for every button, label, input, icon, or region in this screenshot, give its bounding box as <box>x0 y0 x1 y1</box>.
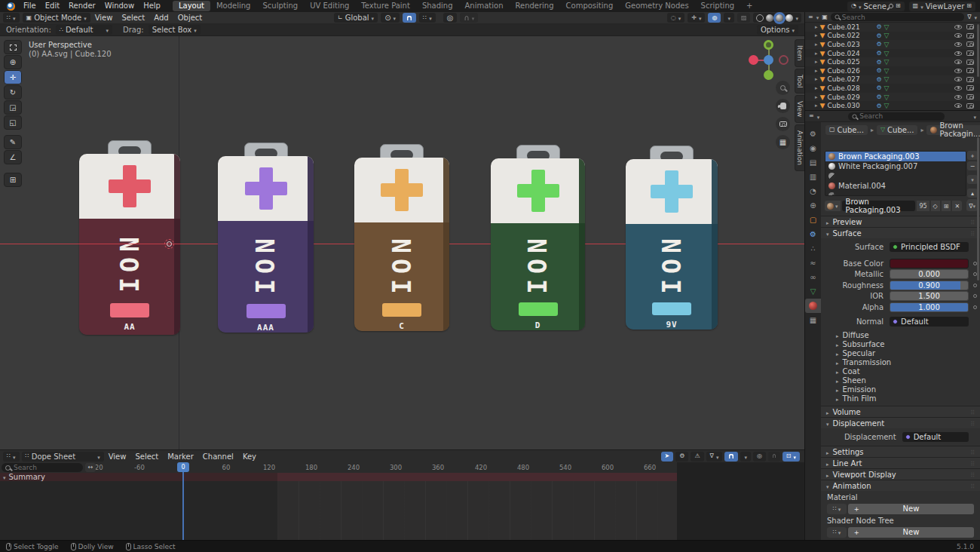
workspace-tab-layout[interactable]: Layout <box>173 1 210 11</box>
disable-render-icon[interactable] <box>966 94 974 100</box>
gizmo-axis-z[interactable] <box>764 40 773 50</box>
outliner-row[interactable]: ▸▼Cube.024⚙▽ <box>805 49 980 58</box>
visibility-dropdown[interactable]: ◌ <box>667 13 685 23</box>
dope-sheet-mode-selector[interactable]: ∷ Dope Sheet <box>22 452 104 462</box>
breadcrumb-object[interactable]: ▢Cube... <box>825 125 868 135</box>
sidebar-tab-tool[interactable]: Tool <box>795 69 804 94</box>
outliner-row[interactable]: ▸▼Cube.028⚙▽ <box>805 84 980 93</box>
sidebar-tab-view[interactable]: View <box>795 95 804 123</box>
workspace-tab-compositing[interactable]: Compositing <box>560 1 620 11</box>
tab-view-layer[interactable]: ▥ <box>805 170 821 184</box>
navigation-gizmo[interactable] <box>749 40 791 82</box>
expand-icon[interactable]: ▸ <box>815 103 818 109</box>
filter-dropdown[interactable]: ∇ <box>706 452 723 462</box>
transform-orientation-selector[interactable]: ∟ Global <box>334 13 378 23</box>
gizmo-axis-y[interactable] <box>764 70 773 80</box>
disable-render-icon[interactable] <box>966 60 974 65</box>
breadcrumb-data[interactable]: ▽Cube... <box>877 125 918 135</box>
users-count-button[interactable]: 95 <box>917 201 929 211</box>
subpanel-thin-film[interactable]: Thin Film <box>821 394 980 403</box>
expand-icon[interactable]: ▸ <box>815 32 818 38</box>
filter-funnel-icon[interactable]: ∇ <box>967 14 971 20</box>
alpha-slider[interactable]: 1.000 <box>890 302 969 312</box>
expand-icon[interactable]: ▸ <box>815 41 818 48</box>
overlays-toggle[interactable]: ◍ <box>708 13 721 23</box>
outliner-display-mode-icon[interactable]: ≡ <box>808 14 813 20</box>
tool-rotate[interactable]: ↻ <box>4 85 22 100</box>
panel-surface[interactable]: Surface <box>821 227 980 238</box>
panel-viewport-display[interactable]: Viewport Display <box>821 468 980 480</box>
new-view-layer-icon[interactable]: ⊞ <box>966 3 972 9</box>
material-slot[interactable] <box>825 191 966 196</box>
menu-file[interactable]: File <box>19 0 41 12</box>
new-material-button[interactable]: ⊞ <box>942 201 951 211</box>
workspace-tab-modeling[interactable]: Modeling <box>210 1 257 11</box>
subpanel-emission[interactable]: Emission <box>821 385 980 394</box>
roughness-slider[interactable]: 0.900 <box>890 281 969 290</box>
add-slot-button[interactable]: ＋ <box>967 151 978 160</box>
hide-viewport-icon[interactable] <box>954 33 962 38</box>
new-material-action-button[interactable]: ＋New <box>848 504 974 514</box>
hide-viewport-icon[interactable] <box>954 25 962 29</box>
dope-menu-key[interactable]: Key <box>238 452 261 461</box>
new-scene-icon[interactable]: ⊞ <box>896 3 901 9</box>
expand-icon[interactable]: ▸ <box>815 76 818 82</box>
workspace-tab-sculpting[interactable]: Sculpting <box>256 1 304 11</box>
slot-specials-button[interactable] <box>967 175 978 184</box>
workspace-tab-animation[interactable]: Animation <box>459 1 510 11</box>
shading-material-preview-button[interactable] <box>776 14 783 22</box>
expand-icon[interactable]: ▸ <box>815 24 818 30</box>
workspace-tab-shading[interactable]: Shading <box>416 1 459 11</box>
menu-help[interactable]: Help <box>139 0 165 12</box>
tool-annotate[interactable]: ✎ <box>4 135 22 149</box>
viewport-menu-select[interactable]: Select <box>117 14 149 22</box>
sidebar-tab-item[interactable]: Item <box>795 39 804 67</box>
tab-world[interactable]: ⊕ <box>805 198 821 213</box>
view-layer-selector[interactable]: ▥ ViewLayer ⊞ <box>909 2 975 11</box>
disable-render-icon[interactable] <box>966 41 974 47</box>
shading-wireframe-button[interactable] <box>756 14 764 22</box>
move-slot-up-button[interactable]: ▴ <box>967 189 978 198</box>
battery-object-aaa[interactable]: ION AAA <box>218 143 314 333</box>
displacement-dropdown[interactable]: Default <box>902 432 969 442</box>
proportional-falloff-selector[interactable]: ∩ <box>460 13 478 23</box>
tab-constraints[interactable]: ∞ <box>805 270 821 284</box>
outliner-search-input[interactable] <box>842 14 960 21</box>
material-slot[interactable] <box>825 171 966 181</box>
snap-settings[interactable]: ∷ <box>419 13 436 23</box>
snap-toggle[interactable] <box>403 13 416 23</box>
action-selector[interactable]: ∷ <box>827 527 847 538</box>
outliner-row[interactable]: ▸▼Cube.029⚙▽ <box>805 93 980 102</box>
subpanel-subsurface[interactable]: Subsurface <box>821 339 980 348</box>
falloff-dropdown[interactable]: ∩ <box>768 452 780 462</box>
hide-viewport-icon[interactable] <box>954 86 962 90</box>
panel-preview[interactable]: Preview <box>821 216 980 227</box>
disable-render-icon[interactable] <box>966 85 974 90</box>
subpanel-coat[interactable]: Coat <box>821 366 980 376</box>
battery-object-aa[interactable]: ION AA <box>79 140 180 335</box>
summary-channel-row[interactable]: Summary <box>0 473 677 481</box>
hide-viewport-icon[interactable] <box>954 95 962 100</box>
subpanel-transmission[interactable]: Transmission <box>821 357 980 366</box>
subpanel-sheen[interactable]: Sheen <box>821 376 980 385</box>
decorator-dot[interactable] <box>973 294 977 298</box>
disable-render-icon[interactable] <box>966 103 974 109</box>
drag-dropdown[interactable]: Select Box <box>149 25 201 35</box>
ior-slider[interactable]: 1.500 <box>890 291 969 301</box>
hide-viewport-icon[interactable] <box>954 103 962 108</box>
viewport-menu-add[interactable]: Add <box>149 14 173 22</box>
show-hidden-toggle[interactable]: ⚙ <box>675 452 688 462</box>
dope-menu-select[interactable]: Select <box>130 452 163 461</box>
subpanel-diffuse[interactable]: Diffuse <box>821 330 980 339</box>
mode-selector[interactable]: ▣ Object Mode <box>23 13 90 23</box>
tab-modifiers[interactable]: ⚙ <box>805 227 821 241</box>
outliner-row[interactable]: ▸▼Cube.022⚙▽ <box>805 32 980 41</box>
properties-search-input[interactable] <box>859 112 941 120</box>
channel-filter-toggle[interactable]: ↔ <box>85 463 96 472</box>
shading-solid-button[interactable] <box>766 14 773 22</box>
gizmo-axis-x-neg[interactable] <box>779 55 789 65</box>
shading-rendered-button[interactable] <box>786 14 793 22</box>
breadcrumb-material[interactable]: Brown Packagin... <box>926 125 980 135</box>
workspace-tab-rendering[interactable]: Rendering <box>509 1 559 11</box>
editor-type-button[interactable]: ∷ <box>3 13 20 23</box>
